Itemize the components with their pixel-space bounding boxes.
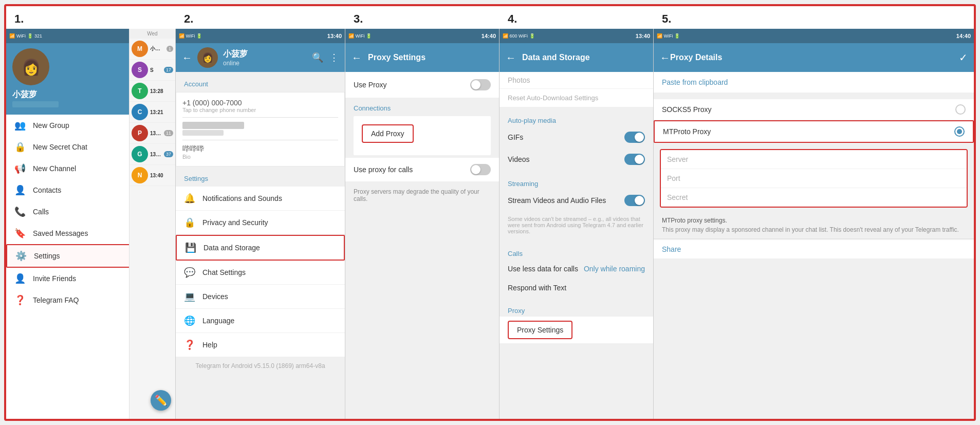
mtproto-note-body: This proxy may display a sponsored chann… bbox=[662, 226, 966, 233]
settings-item-privacy[interactable]: 🔒 Privacy and Security bbox=[176, 211, 345, 235]
add-proxy-wrapper: Add Proxy bbox=[354, 120, 491, 151]
menu-item-new-secret-chat-label: New Secret Chat bbox=[33, 143, 87, 151]
panel4-back-button[interactable]: ← bbox=[506, 52, 516, 64]
panel3-time: 14:40 bbox=[482, 33, 496, 39]
chat-avatar-7: N bbox=[132, 167, 148, 183]
secret-input[interactable] bbox=[661, 188, 967, 207]
less-data-row: Use less data for calls Only while roami… bbox=[500, 260, 653, 279]
panel-1: 📶 WiFi 🔋 321 13:40 👩 🌙 🔍 小菠萝 bbox=[6, 29, 176, 419]
account-section-label: Account bbox=[176, 76, 345, 90]
share-button[interactable]: Share bbox=[654, 239, 974, 258]
panel2-more-icon[interactable]: ⋮ bbox=[329, 52, 339, 63]
use-proxy-toggle[interactable] bbox=[470, 79, 491, 90]
divider-paste bbox=[654, 93, 974, 97]
wifi-icon: WiFi bbox=[16, 33, 26, 39]
panel2-header-avatar: 👩 bbox=[197, 47, 218, 68]
panel5-status-icons: 📶 WiFi 🔋 bbox=[657, 33, 680, 39]
gifs-row: GIFs bbox=[500, 126, 653, 149]
step-2-label: 2. bbox=[176, 12, 345, 26]
compose-fab-button[interactable]: ✏️ bbox=[151, 390, 171, 411]
chat-item-6[interactable]: G 13:40 37 bbox=[130, 144, 175, 165]
account-username-blurred bbox=[182, 122, 244, 129]
menu-item-invite-label: Invite Friends bbox=[33, 274, 76, 283]
chat-item-4[interactable]: C 13:21 bbox=[130, 115, 175, 123]
chat-item-5[interactable]: P 13:40 11 bbox=[130, 123, 175, 144]
videos-toggle[interactable] bbox=[624, 154, 645, 165]
mtproto-radio[interactable] bbox=[954, 126, 965, 137]
settings-item-chat[interactable]: 💬 Chat Settings bbox=[176, 261, 345, 285]
chat-badge-5: 11 bbox=[164, 130, 173, 136]
panel4-status-icons: 📶 600 WiFi 🔋 bbox=[503, 33, 535, 39]
saved-icon: 🔖 bbox=[14, 228, 26, 239]
videos-row: Videos bbox=[500, 149, 653, 171]
step-3-label: 3. bbox=[345, 12, 500, 26]
gifs-label: GIFs bbox=[508, 133, 523, 141]
account-bio-row: 哔哔哔 Bio bbox=[182, 142, 338, 162]
panel5-back-button[interactable]: ← bbox=[660, 52, 670, 64]
settings-devices-label: Devices bbox=[202, 292, 228, 301]
panel2-header-subtitle: online bbox=[223, 60, 307, 67]
panel-2: 📶 WiFi 🔋 13:40 ← 👩 小菠萝 online 🔍 ⋮ bbox=[176, 29, 345, 419]
proxy-note: Proxy servers may degrade the quality of… bbox=[345, 182, 499, 209]
panel5-confirm-button[interactable]: ✓ bbox=[959, 51, 968, 64]
panel1-avatar[interactable]: 👩 bbox=[12, 48, 49, 85]
socks5-proxy-option[interactable]: SOCKS5 Proxy bbox=[654, 99, 974, 120]
help-icon: ❓ bbox=[184, 339, 195, 350]
port-input[interactable] bbox=[661, 169, 967, 188]
proxy-fields-box bbox=[660, 149, 968, 208]
server-input[interactable] bbox=[661, 150, 967, 169]
mtproto-proxy-option[interactable]: MTProto Proxy bbox=[654, 120, 974, 143]
account-phone: +1 (000) 000-7000 bbox=[182, 99, 338, 107]
reset-download-row[interactable]: Reset Auto-Download Settings bbox=[500, 89, 653, 107]
panel3-status-icons: 📶 WiFi 🔋 bbox=[348, 33, 372, 39]
step-1-label: 1. bbox=[6, 12, 176, 26]
settings-item-notifications[interactable]: 🔔 Notifications and Sounds bbox=[176, 187, 345, 211]
panel2-search-icon[interactable]: 🔍 bbox=[312, 52, 323, 63]
use-proxy-calls-row: Use proxy for calls bbox=[345, 157, 499, 182]
data-storage-icon: 💾 bbox=[185, 242, 196, 253]
settings-item-help[interactable]: ❓ Help bbox=[176, 333, 345, 357]
use-proxy-calls-toggle[interactable] bbox=[470, 164, 491, 175]
account-phone-hint: Tap to change phone number bbox=[182, 107, 338, 113]
proxy-type-group: SOCKS5 Proxy MTProto Proxy bbox=[654, 97, 974, 145]
panel1-phone bbox=[12, 101, 59, 107]
proxy-settings-button[interactable]: Proxy Settings bbox=[508, 321, 572, 339]
language-icon: 🌐 bbox=[184, 315, 195, 326]
settings-item-data-storage[interactable]: 💾 Data and Storage bbox=[176, 235, 345, 261]
panel2-back-button[interactable]: ← bbox=[182, 52, 192, 64]
panel4-time: 13:40 bbox=[636, 33, 650, 39]
faq-icon: ❓ bbox=[14, 294, 26, 306]
step-5-label: 5. bbox=[654, 12, 974, 26]
panel-4: 📶 600 WiFi 🔋 13:40 ← Data and Storage Ph… bbox=[500, 29, 654, 419]
chat-avatar-5: P bbox=[132, 125, 148, 141]
gifs-toggle[interactable] bbox=[624, 132, 645, 143]
panel1-battery-value: 321 bbox=[34, 33, 42, 39]
panel3-header: ← Proxy Settings bbox=[345, 43, 499, 72]
roaming-value: Only while roaming bbox=[584, 265, 645, 273]
mtproto-note-title: MTProto proxy settings. bbox=[662, 217, 966, 224]
connections-section: Connections Add Proxy bbox=[345, 98, 499, 157]
mtproto-note-1: MTProto proxy settings. This proxy may d… bbox=[654, 212, 974, 238]
mtproto-label: MTProto Proxy bbox=[663, 127, 711, 136]
stream-toggle[interactable] bbox=[624, 195, 645, 206]
privacy-icon: 🔒 bbox=[184, 217, 195, 228]
chat-item-7[interactable]: N 13:40 bbox=[130, 165, 175, 186]
add-proxy-button[interactable]: Add Proxy bbox=[362, 124, 414, 143]
settings-item-devices[interactable]: 💻 Devices bbox=[176, 285, 345, 309]
divider-proxy bbox=[500, 298, 653, 302]
calls-label: Calls bbox=[500, 245, 653, 260]
connections-label: Connections bbox=[354, 104, 491, 112]
panel3-back-button[interactable]: ← bbox=[352, 52, 362, 64]
respond-text-label: Respond with Text bbox=[508, 284, 566, 292]
account-username-hint bbox=[182, 130, 224, 136]
menu-item-calls-label: Calls bbox=[33, 208, 49, 216]
photos-row: Photos bbox=[500, 72, 653, 89]
calls-icon: 📞 bbox=[14, 206, 26, 217]
panel5-title: Proxy Details bbox=[670, 53, 959, 62]
settings-item-language[interactable]: 🌐 Language bbox=[176, 309, 345, 333]
less-data-label: Use less data for calls bbox=[508, 265, 578, 273]
settings-data-storage-label: Data and Storage bbox=[204, 244, 260, 252]
socks5-radio[interactable] bbox=[955, 104, 966, 115]
menu-item-settings-label: Settings bbox=[34, 252, 60, 260]
paste-from-clipboard-button[interactable]: Paste from clipboard bbox=[654, 72, 974, 93]
